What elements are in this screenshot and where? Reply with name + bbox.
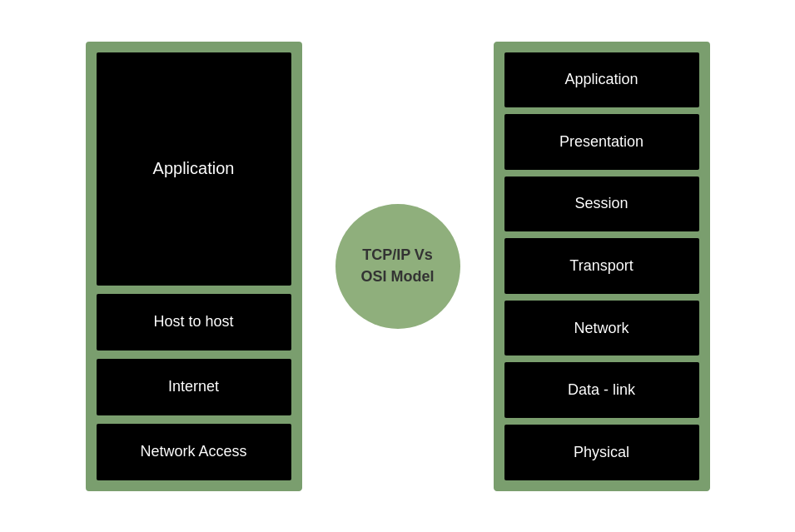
osi-transport-label: Transport [569, 257, 633, 275]
tcpip-layer-host-to-host: Host to host [97, 294, 291, 351]
osi-network-label: Network [574, 320, 629, 337]
osi-session-label: Session [574, 195, 628, 212]
tcpip-layer-application: Application [97, 52, 291, 286]
osi-physical-label: Physical [574, 444, 629, 461]
center-circle: TCP/IP Vs OSI Model [335, 204, 460, 329]
osi-layer-network: Network [504, 301, 699, 356]
osi-model-box: Application Presentation Session Transpo… [494, 42, 710, 491]
tcpip-network-access-label: Network Access [140, 443, 246, 460]
diagram-container: Application Host to host Internet Networ… [0, 0, 795, 532]
tcpip-application-label: Application [153, 159, 235, 178]
osi-layer-data-link: Data - link [504, 362, 699, 418]
center-circle-text: TCP/IP Vs OSI Model [360, 245, 434, 286]
osi-layer-presentation: Presentation [504, 114, 699, 170]
osi-application-label: Application [564, 71, 638, 88]
osi-layer-session: Session [504, 177, 699, 232]
tcpip-layer-internet: Internet [97, 359, 291, 415]
osi-data-link-label: Data - link [568, 381, 635, 399]
osi-layer-application: Application [504, 52, 699, 108]
osi-layer-transport: Transport [504, 238, 699, 294]
osi-presentation-label: Presentation [559, 133, 643, 151]
tcpip-model-box: Application Host to host Internet Networ… [86, 42, 302, 491]
tcpip-layer-network-access: Network Access [97, 424, 291, 480]
tcpip-host-to-host-label: Host to host [153, 313, 233, 331]
tcpip-internet-label: Internet [168, 378, 219, 395]
osi-layer-physical: Physical [504, 425, 699, 480]
